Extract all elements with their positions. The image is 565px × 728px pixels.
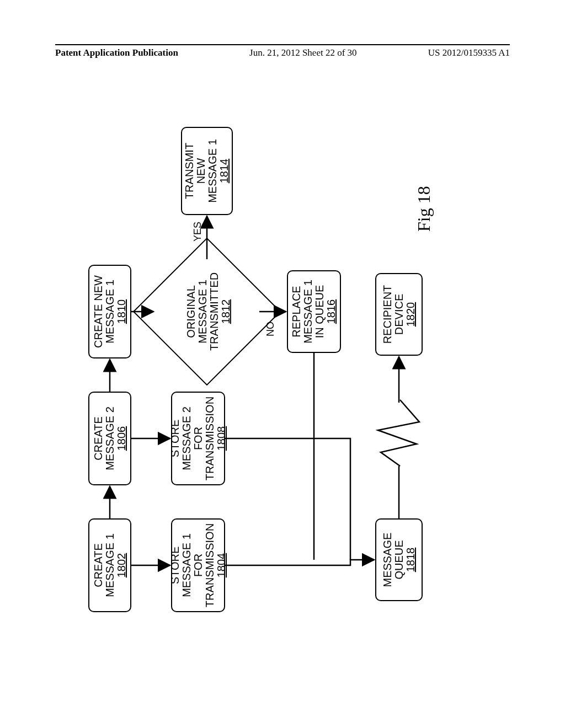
figure-caption: Fig 18 [414,186,434,232]
label-no: NO [265,322,276,336]
box-transmit-new-message-1: TRANSMIT NEW MESSAGE 1 1814 [181,127,233,215]
decision-original-transmitted: ORIGINAL MESSAGE 1 TRANSMITTED 1812 [154,259,259,364]
label-yes: YES [192,222,204,242]
box-replace-message-1: REPLACE MESSAGE 1 IN QUEUE 1816 [287,270,341,353]
box-create-new-message-1: CREATE NEW MESSAGE 1 1810 [88,265,131,358]
box-create-message-1: CREATE MESSAGE 1 1802 [88,518,131,612]
header-left: Patent Application Publication [55,47,178,58]
box-store-message-1: STORE MESSAGE 1 FOR TRANSMISSION 1804 [171,518,225,612]
page-header: Patent Application Publication Jun. 21, … [0,44,565,58]
header-right: US 2012/0159335 A1 [428,47,510,58]
box-message-queue: MESSAGE QUEUE 1818 [375,518,423,601]
network-zigzag-icon [375,397,425,469]
box-recipient-device: RECIPIENT DEVICE 1820 [375,273,423,356]
figure-18: CREATE MESSAGE 1 1802 CREATE MESSAGE 2 1… [72,116,491,623]
box-store-message-2: STORE MESSAGE 2 FOR TRANSMISSION 1808 [171,392,225,485]
box-create-message-2: CREATE MESSAGE 2 1806 [88,392,131,485]
header-mid: Jun. 21, 2012 Sheet 22 of 30 [249,47,357,58]
